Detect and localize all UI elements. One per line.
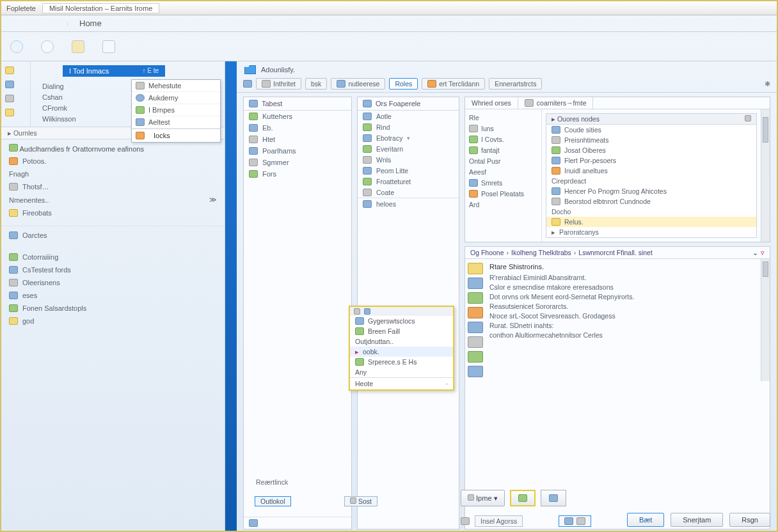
pnav-item[interactable]: Posel Pleatats <box>469 188 537 199</box>
list-item[interactable]: Josat Oiberes <box>546 145 756 155</box>
note-icon[interactable] <box>72 40 84 53</box>
popup-item[interactable]: Breen Faill <box>350 326 453 336</box>
tree-item[interactable]: Eb. <box>244 122 351 134</box>
vertical-divider[interactable] <box>225 61 237 532</box>
list-item[interactable]: Inuidl aneltues <box>546 166 756 176</box>
list-item[interactable]: Fnagh <box>8 168 218 180</box>
list-item[interactable]: Coude sities <box>546 125 756 135</box>
panel-icon[interactable] <box>102 40 115 53</box>
detail-line[interactable]: Rurat. SDnetri inahts: <box>489 320 758 330</box>
address-label[interactable]: Adounlisfy. <box>261 66 295 74</box>
back-button[interactable]: Bæt <box>627 513 664 527</box>
scrollbar[interactable] <box>761 109 770 242</box>
sort-control[interactable]: Sost <box>344 496 377 506</box>
note-icon[interactable] <box>5 109 14 116</box>
cat-item[interactable]: Ebotracy ▾ <box>358 132 459 143</box>
popup-item[interactable]: Gygerswtsclocs <box>350 316 453 326</box>
cat-item[interactable]: Coate <box>358 187 459 198</box>
view-btn-1[interactable] <box>510 490 536 506</box>
detail-line[interactable]: Reasutsienicet Sororarcts. <box>489 301 758 311</box>
cat-item[interactable]: Everitarn <box>358 143 459 154</box>
clock-icon[interactable] <box>41 40 54 53</box>
list-item[interactable]: Beorstod elbtnrort Cundnode <box>546 196 756 207</box>
tab[interactable]: nutleerese <box>331 78 385 90</box>
popup-item-selected[interactable]: ▸oobk. <box>350 347 453 357</box>
item-icon[interactable] <box>5 95 14 102</box>
popup-item[interactable]: Outjdnuttan.. <box>350 336 453 347</box>
cat-item[interactable]: Rind <box>358 121 459 132</box>
detail-line[interactable]: conthon Alultiormecahetnnitsor Cerles <box>489 330 758 340</box>
collapse-icon[interactable]: ⌄ <box>752 249 758 256</box>
tab-roles[interactable]: Roles <box>389 78 418 90</box>
pnav-item[interactable]: fantajt <box>469 145 537 155</box>
pnav-item[interactable]: Iuns <box>469 123 537 134</box>
popup-item[interactable]: Srperece.s E Hs <box>350 357 453 367</box>
cancel-button[interactable]: Rsgn <box>729 513 770 527</box>
list-item[interactable]: Flert Por-pesoers <box>546 155 756 166</box>
page-label-button[interactable]: Ipme ▾ <box>461 490 505 506</box>
pnav-item[interactable]: Smrets <box>469 177 537 188</box>
pnav-item[interactable]: I Covts. <box>469 134 537 145</box>
detail-line[interactable]: Cslor e smecndise mtakore ereresadsons <box>489 282 758 292</box>
list-item[interactable]: Docho <box>546 207 756 217</box>
tree-item[interactable]: Sgmmer <box>244 157 351 168</box>
list-item[interactable]: Fireobats <box>8 207 218 219</box>
flag-icon[interactable]: ▿ <box>761 249 765 256</box>
dropdown-item[interactable]: I Brnpes <box>132 104 220 116</box>
list-item[interactable]: Fonen Salsardstopls <box>8 302 218 315</box>
cat-item[interactable]: heloes <box>358 198 459 209</box>
tab[interactable]: ert Terclidann <box>422 78 485 90</box>
tree-item[interactable]: Poarlhams <box>244 145 351 157</box>
list-item[interactable]: Preisnhtimeats <box>546 135 756 145</box>
scrollbar[interactable] <box>761 259 770 381</box>
refresh-icon[interactable] <box>10 40 23 53</box>
tree-item[interactable]: Fors <box>244 168 351 180</box>
cat-item[interactable]: Peom Litte <box>358 165 459 176</box>
cat-item[interactable]: Wnls <box>358 154 459 165</box>
pnav-item[interactable]: Ard <box>469 199 537 210</box>
dropdown-low-label[interactable]: Iocks <box>154 132 170 139</box>
sidebar-active-tab[interactable]: I Tod Inmacs ↑ E te <box>63 65 165 77</box>
list-item[interactable]: Nmenentes..≫ <box>8 193 218 207</box>
detail-line[interactable]: R'rerabiacl Eiminidl Abansitrarnt. <box>489 272 758 282</box>
list-item[interactable]: CsTestest fords <box>8 263 218 276</box>
list-item[interactable]: Cotorraiiing <box>8 251 218 263</box>
list-item[interactable]: eses <box>8 289 218 302</box>
status-box[interactable]: Insel Agorss <box>475 515 523 527</box>
new-icon[interactable] <box>243 80 252 88</box>
tab[interactable]: bsk <box>305 78 327 90</box>
list-item[interactable]: Potoos. <box>8 155 218 168</box>
bc-segment[interactable]: Og Fhoone <box>470 249 504 256</box>
pnav-item[interactable]: Rle <box>469 112 537 123</box>
menu-home[interactable]: Home <box>68 16 113 31</box>
list-item[interactable]: Thotsf… <box>8 180 218 193</box>
bc-segment[interactable]: Lswnmorcnt Ffinall. sinet <box>578 249 653 256</box>
outlook-button[interactable]: Outlokol <box>255 496 291 506</box>
list-item-selected[interactable]: Relus. <box>546 217 756 227</box>
dropdown-item[interactable]: Aeltest <box>132 116 220 129</box>
tree-item[interactable]: Kuttehers <box>244 111 351 122</box>
list-item[interactable]: Cireprdeact <box>546 176 756 186</box>
dropdown-item[interactable]: Aukderny <box>132 92 220 104</box>
popup-item[interactable]: Any <box>350 367 453 377</box>
panel-tab[interactable]: coarniters→frnte <box>518 97 594 109</box>
popup-foot[interactable]: Heote <box>355 380 373 387</box>
detail-line[interactable]: Nroce srL-Socot Sirvesreasch. Grodagess <box>489 311 758 320</box>
list-item[interactable]: Oarctes <box>8 229 218 242</box>
next-button[interactable]: Snerjtam <box>671 513 723 527</box>
panel-tab[interactable]: Whried orses <box>465 97 518 109</box>
view-toggle[interactable] <box>559 515 591 527</box>
grid-icon[interactable] <box>249 519 258 527</box>
detail-line[interactable]: Dot orvns ork Mesent eord-Sernetat Repny… <box>489 292 758 301</box>
pnav-item[interactable]: Aeesf <box>469 166 537 177</box>
list-item[interactable]: Oleerisnens <box>8 276 218 289</box>
view-btn-2[interactable] <box>541 490 566 506</box>
tab[interactable]: Ennerartstrcts <box>489 78 542 90</box>
dropdown-item[interactable]: Mehestute <box>132 80 220 92</box>
pnav-item[interactable]: Ontal Pusr <box>469 155 537 166</box>
list-item[interactable]: ▸Paroratcanys <box>546 227 756 237</box>
list-item[interactable]: Hencer Po Pnogrn Sruog Ahicotes <box>546 186 756 196</box>
mail-icon[interactable] <box>5 81 14 88</box>
cat-item[interactable]: Aotle <box>358 111 459 121</box>
folder-icon[interactable] <box>5 66 14 74</box>
